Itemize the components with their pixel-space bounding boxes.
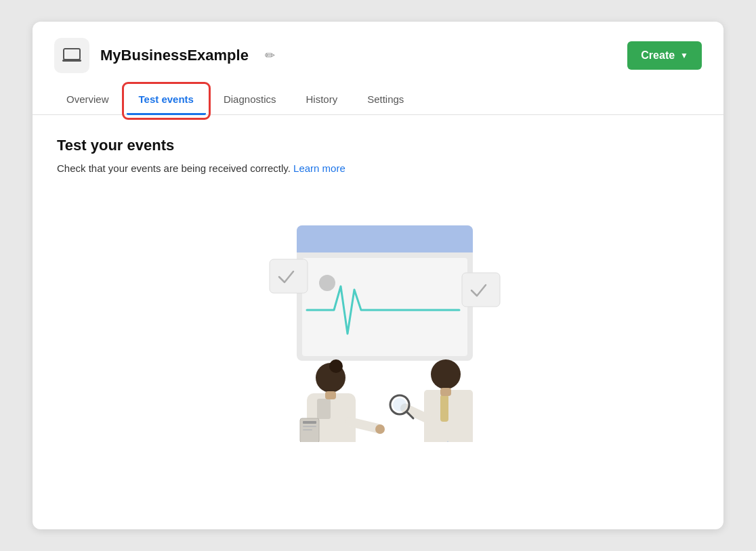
app-icon-box	[54, 38, 89, 73]
tab-test-events[interactable]: Test events	[127, 87, 206, 115]
edit-icon[interactable]: ✏	[265, 48, 275, 63]
svg-rect-4	[297, 239, 473, 252]
description-text: Check that your events are being receive…	[57, 162, 699, 174]
illustration-area	[57, 185, 699, 456]
header-left: MyBusinessExample ✏	[54, 38, 275, 73]
svg-rect-28	[448, 390, 473, 442]
svg-rect-15	[303, 426, 316, 427]
create-button[interactable]: Create ▼	[627, 41, 702, 70]
svg-rect-38	[440, 388, 451, 396]
create-label: Create	[641, 49, 675, 62]
svg-rect-12	[317, 399, 331, 419]
svg-point-6	[319, 275, 335, 291]
chevron-down-icon: ▼	[680, 51, 688, 60]
svg-rect-5	[302, 258, 467, 356]
nav-tabs: Overview Test events Diagnostics History…	[33, 87, 723, 115]
tab-overview[interactable]: Overview	[54, 87, 121, 115]
svg-line-17	[350, 422, 378, 428]
page-title: Test your events	[57, 137, 699, 154]
tab-history[interactable]: History	[294, 87, 350, 115]
learn-more-link[interactable]: Learn more	[293, 162, 345, 174]
app-name: MyBusinessExample	[100, 47, 249, 64]
svg-rect-29	[440, 395, 448, 422]
description-static: Check that your events are being receive…	[57, 162, 291, 174]
laptop-icon	[62, 47, 82, 64]
svg-point-18	[375, 424, 385, 434]
tab-settings[interactable]: Settings	[355, 87, 416, 115]
header: MyBusinessExample ✏ Create ▼	[33, 22, 723, 73]
svg-rect-14	[303, 421, 316, 424]
main-card: MyBusinessExample ✏ Create ▼ Overview Te…	[33, 22, 723, 529]
svg-rect-0	[64, 49, 80, 60]
content-area: Test your events Check that your events …	[33, 115, 723, 477]
svg-point-32	[393, 398, 406, 412]
svg-rect-23	[325, 391, 336, 399]
svg-point-10	[329, 359, 343, 373]
svg-rect-1	[62, 60, 81, 62]
tab-diagnostics[interactable]: Diagnostics	[211, 87, 289, 115]
svg-rect-16	[303, 429, 312, 431]
svg-point-24	[431, 359, 461, 389]
illustration	[182, 185, 574, 442]
